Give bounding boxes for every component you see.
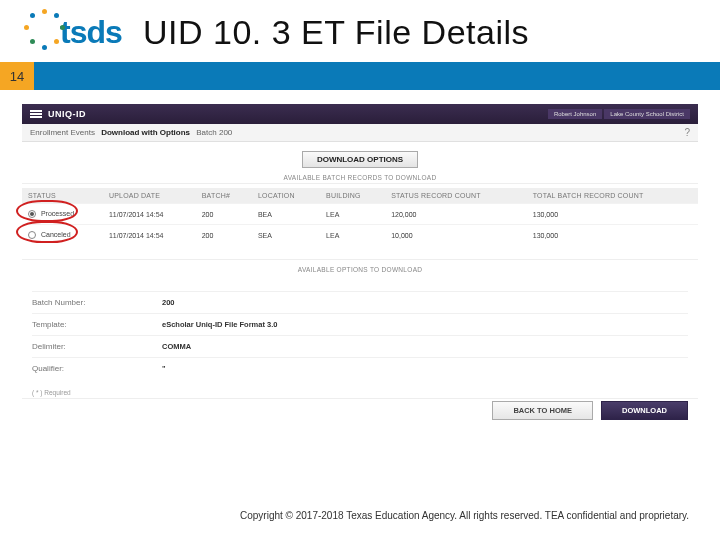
batch-number-label: Batch Number:: [32, 298, 162, 307]
crumb-section: Enrollment Events: [30, 128, 95, 137]
cell-total-count: 130,000: [527, 204, 698, 225]
batch-number-value: 200: [162, 298, 175, 307]
slide-header: tsds UID 10. 3 ET File Details: [0, 0, 720, 60]
help-icon[interactable]: ?: [684, 127, 690, 138]
status-value: Canceled: [41, 231, 71, 238]
available-records-label: AVAILABLE BATCH RECORDS TO DOWNLOAD: [22, 174, 698, 181]
app-name: UNIQ-ID: [48, 109, 86, 119]
col-building: BUILDING: [320, 188, 385, 204]
cell-total-count: 130,000: [527, 225, 698, 246]
cell-batch: 200: [196, 204, 252, 225]
records-table: STATUS UPLOAD DATE BATCH# LOCATION BUILD…: [22, 188, 698, 245]
required-note: ( * ) Required: [32, 389, 698, 396]
app-screenshot: UNIQ-ID Robert Johnson Lake County Schoo…: [22, 104, 698, 420]
template-label: Template:: [32, 320, 162, 329]
qualifier-label: Qualifier:: [32, 364, 162, 373]
slide-title: UID 10. 3 ET File Details: [143, 13, 529, 52]
download-details: Batch Number: 200 Template: eScholar Uni…: [32, 291, 688, 379]
cell-upload-date: 11/07/2014 14:54: [103, 225, 196, 246]
template-value: eScholar Uniq-ID File Format 3.0: [162, 320, 277, 329]
available-options-label: AVAILABLE OPTIONS TO DOWNLOAD: [22, 266, 698, 273]
col-location: LOCATION: [252, 188, 320, 204]
download-options-button[interactable]: DOWNLOAD OPTIONS: [302, 151, 418, 168]
col-status: STATUS: [22, 188, 103, 204]
cell-upload-date: 11/07/2014 14:54: [103, 204, 196, 225]
accent-bar: 14: [0, 62, 720, 90]
status-radio[interactable]: [28, 231, 36, 239]
cell-status-count: 120,000: [385, 204, 527, 225]
cell-building: LEA: [320, 204, 385, 225]
status-radio[interactable]: [28, 210, 36, 218]
menu-icon[interactable]: [30, 109, 42, 120]
cell-status-count: 10,000: [385, 225, 527, 246]
col-upload-date: UPLOAD DATE: [103, 188, 196, 204]
tsds-logo: tsds: [16, 6, 131, 58]
qualifier-value: ": [162, 364, 166, 373]
breadcrumb: Enrollment Events Download with Options …: [22, 124, 698, 142]
col-status-count: STATUS RECORD COUNT: [385, 188, 527, 204]
col-total-count: TOTAL BATCH RECORD COUNT: [527, 188, 698, 204]
cell-batch: 200: [196, 225, 252, 246]
status-value: Processed: [41, 210, 74, 217]
col-batch: BATCH#: [196, 188, 252, 204]
cell-building: LEA: [320, 225, 385, 246]
app-topbar: UNIQ-ID Robert Johnson Lake County Schoo…: [22, 104, 698, 124]
table-row: Processed 11/07/2014 14:54 200 BEA LEA 1…: [22, 204, 698, 225]
delimiter-label: Delimiter:: [32, 342, 162, 351]
page-number: 14: [0, 62, 34, 90]
cell-location: SEA: [252, 225, 320, 246]
user-name: Robert Johnson: [548, 109, 602, 119]
cell-location: BEA: [252, 204, 320, 225]
user-info: Robert Johnson Lake County School Distri…: [548, 109, 690, 119]
download-button[interactable]: DOWNLOAD: [601, 401, 688, 420]
crumb-batch: Batch 200: [196, 128, 232, 137]
user-org: Lake County School District: [604, 109, 690, 119]
crumb-page: Download with Options: [101, 128, 190, 137]
delimiter-value: COMMA: [162, 342, 191, 351]
back-to-home-button[interactable]: BACK TO HOME: [492, 401, 593, 420]
table-row: Canceled 11/07/2014 14:54 200 SEA LEA 10…: [22, 225, 698, 246]
copyright-text: Copyright © 2017-2018 Texas Education Ag…: [240, 509, 690, 522]
